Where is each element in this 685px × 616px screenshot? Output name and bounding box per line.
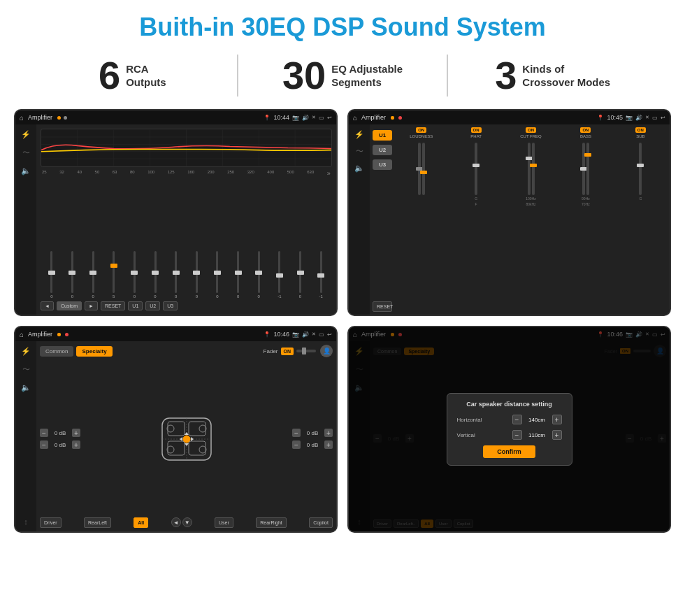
slider-14[interactable]: -1 <box>311 179 331 299</box>
fader-loc-icon: 📍 <box>264 331 271 338</box>
eq-chart <box>41 129 332 167</box>
horizontal-minus-btn[interactable]: − <box>512 415 522 424</box>
slider-9[interactable]: 0 <box>208 179 227 299</box>
right-volumes: − 0 dB + − 0 dB + <box>292 429 333 449</box>
slider-8[interactable]: 0 <box>187 179 206 299</box>
rearleft-btn[interactable]: RearLeft <box>84 517 111 528</box>
fader-cam-icon: 📷 <box>292 331 299 338</box>
xo-u1-btn[interactable]: U1 <box>373 130 392 141</box>
xo-loudness-on[interactable]: ON <box>416 127 426 133</box>
xo-spk-icon[interactable]: 🔈 <box>354 164 364 173</box>
freq-32: 32 <box>59 170 64 177</box>
fader-spk-icon[interactable]: 🔈 <box>21 383 31 392</box>
freq-630: 630 <box>307 170 314 177</box>
xo-reset-btn[interactable]: RESET <box>373 301 392 312</box>
nav-down-arrow[interactable]: ▼ <box>182 517 192 527</box>
u3-button[interactable]: U3 <box>163 301 178 310</box>
slider-4[interactable]: 5 <box>104 179 124 299</box>
slider-10[interactable]: 0 <box>229 179 248 299</box>
profile-icon[interactable]: 👤 <box>320 345 333 357</box>
eq-filter-icon[interactable]: ⚡ <box>21 130 31 139</box>
fader-label-text: Fader <box>264 348 278 354</box>
freq-160: 160 <box>187 170 194 177</box>
svg-marker-25 <box>180 437 182 441</box>
xo-u2-btn[interactable]: U2 <box>373 145 392 155</box>
xo-phat-on[interactable]: ON <box>471 127 482 133</box>
vol-plus-4[interactable]: + <box>324 440 333 449</box>
vol-minus-3[interactable]: − <box>292 429 301 437</box>
fader-main-area: Common Specialty Fader ON 👤 <box>36 341 336 531</box>
vol-minus-2[interactable]: − <box>40 440 48 449</box>
horizontal-label: Horizontal <box>457 417 496 423</box>
slider-1[interactable]: 0 <box>42 179 62 299</box>
left-volumes: − 0 dB + − 0 dB + <box>40 429 80 449</box>
xo-wave-icon[interactable]: 〜 <box>356 146 363 157</box>
xo-bass-on[interactable]: ON <box>580 127 591 133</box>
slider-2[interactable]: 0 <box>63 179 82 299</box>
fader-on-btn[interactable]: ON <box>281 348 294 355</box>
slider-3[interactable]: 0 <box>83 179 103 299</box>
vol-plus-1[interactable]: + <box>72 429 80 437</box>
all-btn[interactable]: All <box>134 517 148 528</box>
home-icon[interactable]: ⌂ <box>20 114 24 122</box>
fader-wave-icon[interactable]: 〜 <box>22 364 30 375</box>
next-button[interactable]: ► <box>85 301 98 310</box>
vol-minus-4[interactable]: − <box>292 440 301 449</box>
stat-rca: 6 RCA Outputs <box>28 56 237 95</box>
arrow-more[interactable]: » <box>327 170 331 177</box>
battery-icon: ▭ <box>319 115 324 121</box>
vol-plus-3[interactable]: + <box>324 429 333 437</box>
fader-filter-icon[interactable]: ⚡ <box>21 347 31 356</box>
fader-slider-row[interactable] <box>296 350 317 352</box>
slider-5[interactable]: 0 <box>125 179 145 299</box>
eq-speaker-icon[interactable]: 🔈 <box>21 166 31 176</box>
fader-back-icon[interactable]: ↩ <box>327 331 332 338</box>
xo-u3-btn[interactable]: U3 <box>373 159 392 170</box>
vol-minus-1[interactable]: − <box>40 429 48 437</box>
horizontal-value: 140cm <box>525 417 549 423</box>
xo-cutfreq-label: CUT FREQ <box>520 134 542 138</box>
xo-back-icon[interactable]: ↩ <box>661 115 665 121</box>
xo-home-icon[interactable]: ⌂ <box>353 114 357 122</box>
fader-specialty-tab[interactable]: Specialty <box>76 346 112 357</box>
slider-11[interactable]: 0 <box>249 179 268 299</box>
copilot-btn[interactable]: Copilot <box>309 517 333 528</box>
u1-button[interactable]: U1 <box>128 301 143 310</box>
eq-wave-icon[interactable]: 〜 <box>22 148 30 158</box>
vertical-control: − 110cm + <box>512 430 562 440</box>
fader-common-tab[interactable]: Common <box>40 346 73 357</box>
slider-7[interactable]: 0 <box>166 179 186 299</box>
vertical-minus-btn[interactable]: − <box>512 430 522 440</box>
fader-sidebar: ⚡ 〜 🔈 ↕ <box>15 341 36 531</box>
reset-button[interactable]: RESET <box>101 301 125 310</box>
confirm-button[interactable]: Confirm <box>483 445 535 458</box>
vertical-plus-btn[interactable]: + <box>552 430 562 440</box>
vol-val-3: 0 dB <box>303 430 322 436</box>
user-btn[interactable]: User <box>215 517 233 528</box>
prev-button[interactable]: ◄ <box>41 301 54 310</box>
eq-controls: ◄ Custom ► RESET U1 U2 U3 <box>41 301 332 310</box>
horizontal-plus-btn[interactable]: + <box>552 415 562 424</box>
nav-left-arrow[interactable]: ◄ <box>171 517 181 527</box>
sliders-area: 0 0 0 5 0 <box>41 179 332 299</box>
xo-sub-on[interactable]: ON <box>635 127 646 133</box>
freq-320: 320 <box>247 170 254 177</box>
vol-plus-2[interactable]: + <box>72 440 80 449</box>
vol-row-1: − 0 dB + <box>40 429 80 437</box>
xo-cutfreq-on[interactable]: ON <box>526 127 536 133</box>
slider-12[interactable]: -1 <box>270 179 289 299</box>
fader-vol-icon: 🔊 <box>302 331 309 338</box>
driver-btn[interactable]: Driver <box>40 517 62 528</box>
fader-home-icon[interactable]: ⌂ <box>20 331 24 338</box>
xo-music-dot <box>391 116 394 120</box>
rearright-btn[interactable]: RearRight <box>256 517 287 528</box>
xo-filter-icon[interactable]: ⚡ <box>354 130 364 139</box>
back-icon[interactable]: ↩ <box>327 115 332 121</box>
fader-status-bar: ⌂ Amplifier 📍 10:46 📷 🔊 ✕ ▭ ↩ <box>15 327 336 341</box>
fader-bat-icon: ▭ <box>319 331 324 338</box>
slider-6[interactable]: 0 <box>145 179 165 299</box>
u2-button[interactable]: U2 <box>145 301 160 310</box>
custom-button[interactable]: Custom <box>57 301 82 310</box>
slider-13[interactable]: 0 <box>291 179 310 299</box>
fader-arrow-icon[interactable]: ↕ <box>24 517 28 526</box>
